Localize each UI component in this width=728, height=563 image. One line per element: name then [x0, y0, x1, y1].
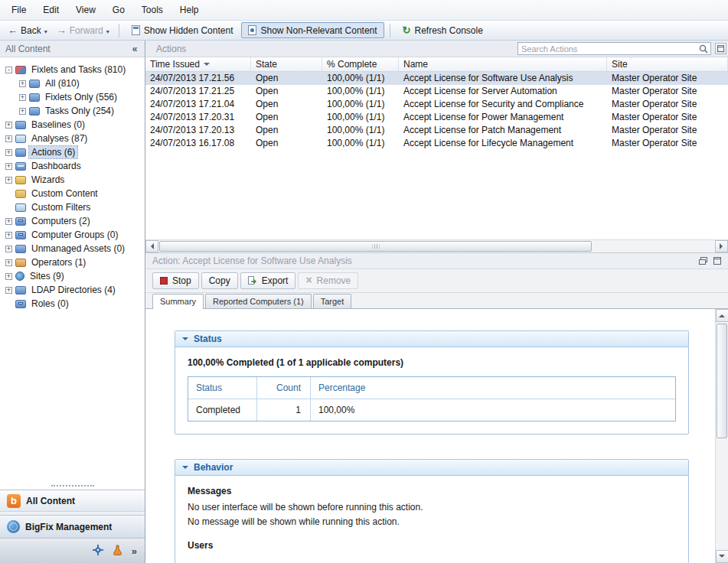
back-dropdown-icon[interactable] [44, 25, 47, 36]
column-header-site[interactable]: Site [607, 57, 728, 71]
action-row[interactable]: 24/07/2013 17.21.04 Open 100,00% (1/1) A… [145, 98, 728, 111]
search-input[interactable] [518, 44, 698, 54]
refresh-console-button[interactable]: ↻ Refresh Console [396, 22, 490, 38]
tree-item-roles[interactable]: Roles (0) [0, 297, 145, 311]
detail-panel-titlebar: Action: Accept License for Software Use … [145, 252, 728, 269]
tree-item-actions[interactable]: + Actions (6) [0, 145, 145, 159]
expander-icon[interactable]: + [5, 135, 12, 142]
non-relevant-content-icon [248, 25, 256, 35]
tree-item-custom-filters[interactable]: Custom Filters [0, 200, 145, 214]
expander-icon[interactable]: + [5, 218, 12, 225]
forward-button[interactable]: Forward [53, 23, 113, 37]
menu-view[interactable]: View [67, 0, 104, 20]
tree-item-baselines[interactable]: + Baselines (0) [0, 118, 145, 132]
list-panel-window-button[interactable] [715, 43, 726, 54]
tree-item-wizards[interactable]: + Wizards [0, 173, 145, 187]
status-section-header[interactable]: Status [175, 331, 688, 347]
tab-target[interactable]: Target [313, 294, 352, 308]
scroll-right-button[interactable] [715, 240, 728, 252]
export-button[interactable]: Export [240, 272, 296, 289]
expander-icon[interactable]: + [19, 108, 26, 115]
copy-button[interactable]: Copy [201, 272, 238, 289]
tree-item-fixlets-and-tasks[interactable]: - Fixlets and Tasks (810) [0, 63, 145, 76]
scroll-left-button[interactable] [145, 240, 158, 252]
cell-time: 24/07/2013 17.21.56 [145, 72, 251, 85]
expander-icon[interactable]: + [5, 287, 12, 294]
expander-icon[interactable]: + [19, 80, 26, 87]
sidebar-footer [0, 538, 145, 563]
action-row[interactable]: 24/07/2013 16.17.08 Open 100,00% (1/1) A… [145, 137, 728, 150]
tree-item-computer-groups[interactable]: + Computer Groups (0) [0, 228, 145, 242]
expander-icon[interactable] [5, 301, 12, 308]
tree-item-label: LDAP Directories (4) [29, 284, 118, 296]
tree-item-dashboards[interactable]: + Dashboards [0, 159, 145, 173]
menu-edit[interactable]: Edit [34, 0, 67, 20]
scroll-up-button[interactable] [716, 309, 728, 322]
tree-item-tasks-only[interactable]: + Tasks Only (254) [0, 104, 145, 118]
tree-item-analyses[interactable]: + Analyses (87) [0, 132, 145, 145]
column-label: State [256, 59, 277, 70]
expander-icon[interactable] [5, 190, 12, 197]
maximize-detail-panel-button[interactable] [711, 255, 723, 267]
settings-gear-button[interactable] [93, 545, 103, 558]
expander-icon[interactable]: + [5, 149, 12, 156]
collapse-sidebar-button[interactable] [128, 44, 142, 54]
expander-icon[interactable]: - [5, 67, 12, 73]
expander-icon[interactable]: + [19, 94, 26, 101]
expander-icon[interactable]: + [5, 177, 12, 184]
vertical-scroll-thumb[interactable] [717, 324, 727, 438]
float-panel-button[interactable] [697, 255, 709, 267]
column-header-complete[interactable]: % Complete [322, 57, 399, 71]
expander-icon[interactable]: + [5, 273, 12, 280]
actions-icon [15, 148, 26, 157]
expander-icon[interactable]: + [5, 259, 12, 266]
remove-button[interactable]: Remove [298, 272, 358, 289]
status-section: Status 100,00% Completed (1 of 1 applica… [175, 330, 689, 434]
tree-item-unmanaged-assets[interactable]: + Unmanaged Assets (0) [0, 242, 145, 255]
tree-item-ldap-directories[interactable]: + LDAP Directories (4) [0, 283, 145, 297]
expander-icon[interactable]: + [5, 246, 12, 252]
hidden-content-icon [132, 25, 140, 35]
action-row[interactable]: 24/07/2013 17.21.25 Open 100,00% (1/1) A… [145, 85, 728, 98]
expander-icon[interactable]: + [5, 122, 12, 129]
menu-go[interactable]: Go [104, 0, 133, 20]
forward-dropdown-icon[interactable] [106, 25, 109, 36]
tree-item-all[interactable]: + All (810) [0, 76, 145, 90]
menu-tools[interactable]: Tools [133, 0, 171, 20]
sidebar-splitter-handle[interactable] [0, 482, 145, 490]
show-hidden-content-button[interactable]: Show Hidden Content [125, 22, 240, 38]
column-header-name[interactable]: Name [399, 57, 607, 71]
tree-item-operators[interactable]: + Operators (1) [0, 255, 145, 269]
scroll-down-button[interactable] [716, 550, 728, 563]
search-icon[interactable] [698, 44, 709, 54]
more-panels-button[interactable] [132, 545, 137, 557]
nav-bigfix-management-button[interactable]: BigFix Management [0, 515, 145, 538]
lab-flask-button[interactable] [113, 545, 122, 558]
tree-item-computers[interactable]: + Computers (2) [0, 214, 145, 228]
column-header-time-issued[interactable]: Time Issued [145, 57, 251, 71]
column-header-state[interactable]: State [251, 57, 322, 71]
behavior-section-header[interactable]: Behavior [175, 460, 688, 476]
collapse-section-icon [182, 337, 188, 343]
action-row[interactable]: 24/07/2013 17.20.31 Open 100,00% (1/1) A… [145, 111, 728, 124]
menu-file[interactable]: File [3, 0, 34, 20]
menu-help[interactable]: Help [171, 0, 207, 20]
tree-item-custom-content[interactable]: Custom Content [0, 187, 145, 200]
expander-icon[interactable]: + [5, 163, 12, 170]
horizontal-scroll-thumb[interactable] [159, 241, 592, 252]
custom-content-icon [15, 190, 26, 198]
tab-summary[interactable]: Summary [152, 294, 204, 309]
tree-item-label: Custom Content [29, 187, 100, 200]
stop-button[interactable]: Stop [152, 272, 199, 289]
tree-item-sites[interactable]: + Sites (9) [0, 269, 145, 283]
expander-icon[interactable]: + [5, 232, 12, 239]
nav-all-content-button[interactable]: b All Content [0, 490, 145, 511]
show-non-relevant-content-button[interactable]: Show Non-Relevant Content [241, 22, 384, 38]
action-row[interactable]: 24/07/2013 17.20.13 Open 100,00% (1/1) A… [145, 124, 728, 137]
action-row-selected[interactable]: 24/07/2013 17.21.56 Open 100,00% (1/1) A… [145, 72, 728, 85]
back-icon [8, 24, 18, 36]
expander-icon[interactable] [5, 204, 12, 211]
back-button[interactable]: Back [4, 23, 51, 37]
tree-item-fixlets-only[interactable]: + Fixlets Only (556) [0, 90, 145, 104]
tab-reported-computers[interactable]: Reported Computers (1) [205, 294, 312, 308]
